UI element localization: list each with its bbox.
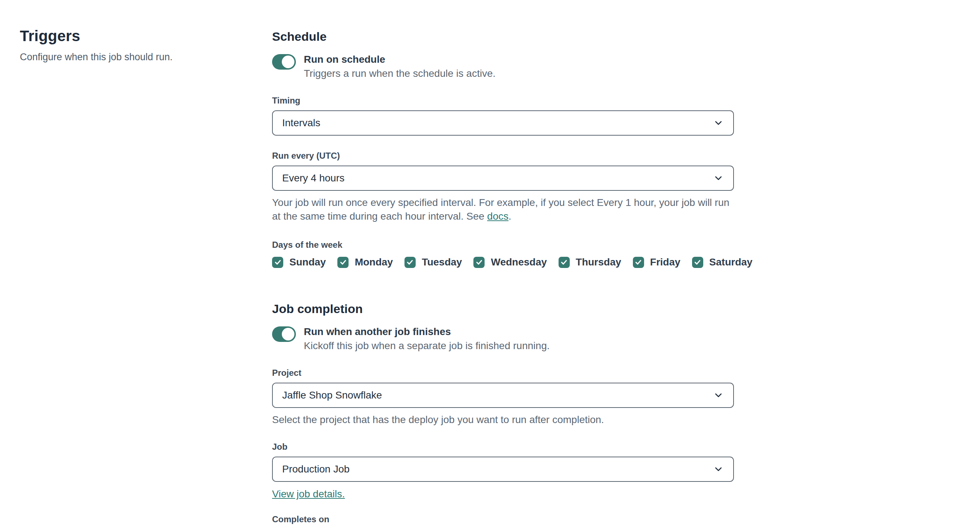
- day-label: Sunday: [290, 257, 326, 268]
- completes-on-label: Completes on: [272, 514, 734, 525]
- view-job-details-link[interactable]: View job details.: [272, 488, 345, 500]
- job-label: Job: [272, 442, 734, 452]
- day-checkbox-thursday[interactable]: Thursday: [558, 257, 621, 268]
- day-label: Thursday: [576, 257, 621, 268]
- run-when-job-finishes-label: Run when another job finishes: [304, 326, 549, 338]
- day-checkbox-sunday[interactable]: Sunday: [272, 257, 326, 268]
- run-every-label: Run every (UTC): [272, 151, 734, 161]
- run-every-help: Your job will run once every specified i…: [272, 196, 734, 223]
- project-value: Jaffle Shop Snowflake: [282, 390, 713, 401]
- run-on-schedule-row: Run on schedule Triggers a run when the …: [272, 53, 734, 81]
- page-subtitle: Configure when this job should run.: [20, 51, 243, 63]
- job-value: Production Job: [282, 463, 713, 475]
- day-label: Saturday: [710, 257, 752, 268]
- day-checkbox-tuesday[interactable]: Tuesday: [404, 257, 462, 268]
- chevron-down-icon: [713, 173, 724, 184]
- project-select[interactable]: Jaffle Shop Snowflake: [272, 383, 734, 408]
- chevron-down-icon: [713, 464, 724, 475]
- job-completion-section-heading: Job completion: [272, 301, 734, 316]
- day-label: Monday: [355, 257, 393, 268]
- run-on-schedule-description: Triggers a run when the schedule is acti…: [304, 67, 495, 81]
- day-label: Tuesday: [422, 257, 462, 268]
- run-on-schedule-toggle[interactable]: [272, 54, 296, 70]
- chevron-down-icon: [713, 117, 724, 128]
- project-label: Project: [272, 368, 734, 378]
- job-select[interactable]: Production Job: [272, 457, 734, 482]
- run-when-job-finishes-toggle[interactable]: [272, 327, 296, 342]
- toggle-knob: [282, 55, 294, 68]
- days-of-week-label: Days of the week: [272, 240, 734, 250]
- page-title: Triggers: [20, 27, 243, 45]
- day-checkbox-wednesday[interactable]: Wednesday: [473, 257, 547, 268]
- run-every-select[interactable]: Every 4 hours: [272, 165, 734, 191]
- checkbox-checked-icon: [272, 257, 283, 268]
- schedule-section-heading: Schedule: [272, 29, 734, 44]
- day-label: Friday: [650, 257, 681, 268]
- triggers-form: Schedule Run on schedule Triggers a run …: [272, 29, 734, 528]
- days-of-week-row: Sunday Monday Tuesday Wednesday Thursday…: [272, 257, 734, 268]
- checkbox-checked-icon: [404, 257, 416, 268]
- day-label: Wednesday: [491, 257, 547, 268]
- docs-link[interactable]: docs: [487, 211, 508, 222]
- toggle-knob: [282, 328, 294, 341]
- run-on-schedule-label: Run on schedule: [304, 53, 495, 66]
- timing-value: Intervals: [282, 117, 713, 129]
- triggers-intro: Triggers Configure when this job should …: [20, 27, 243, 63]
- run-every-value: Every 4 hours: [282, 173, 713, 184]
- run-when-job-finishes-row: Run when another job finishes Kickoff th…: [272, 326, 734, 353]
- chevron-down-icon: [713, 390, 724, 401]
- day-checkbox-saturday[interactable]: Saturday: [692, 257, 752, 268]
- checkbox-checked-icon: [633, 257, 644, 268]
- timing-label: Timing: [272, 95, 734, 106]
- checkbox-checked-icon: [692, 257, 703, 268]
- help-text-after: .: [508, 211, 511, 222]
- timing-select[interactable]: Intervals: [272, 110, 734, 136]
- checkbox-checked-icon: [473, 257, 485, 268]
- checkbox-checked-icon: [558, 257, 570, 268]
- checkbox-checked-icon: [337, 257, 348, 268]
- day-checkbox-monday[interactable]: Monday: [337, 257, 393, 268]
- run-when-job-finishes-description: Kickoff this job when a separate job is …: [304, 339, 549, 353]
- day-checkbox-friday[interactable]: Friday: [633, 257, 681, 268]
- project-help: Select the project that has the deploy j…: [272, 413, 734, 427]
